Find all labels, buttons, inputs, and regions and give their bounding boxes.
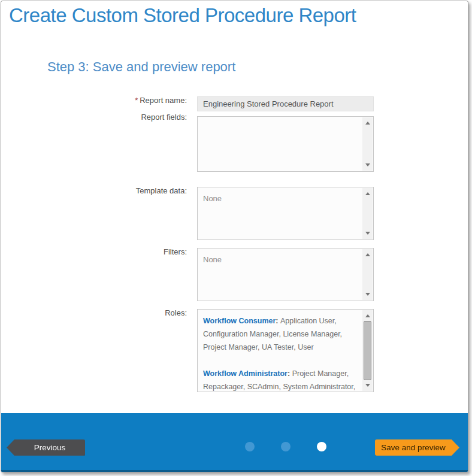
roles-label: Roles: — [1, 308, 187, 317]
filters-label: Filters: — [1, 247, 187, 256]
role-name: Workflow Administrator — [203, 369, 288, 378]
role-separator: : — [276, 317, 280, 325]
wizard-window: Create Custom Stored Procedure Report St… — [1, 1, 468, 472]
report-fields-scrollbar[interactable] — [362, 117, 373, 171]
scroll-down-icon[interactable] — [365, 232, 370, 235]
step-heading: Step 3: Save and preview report — [47, 59, 235, 75]
scrollbar-thumb[interactable] — [364, 321, 371, 380]
report-fields-content — [198, 117, 373, 122]
scroll-up-icon[interactable] — [365, 192, 370, 195]
required-marker: * — [135, 96, 138, 105]
template-data-listbox[interactable]: None — [197, 187, 374, 240]
filters-content: None — [198, 248, 373, 266]
scroll-down-icon[interactable] — [365, 293, 370, 296]
report-name-input[interactable] — [197, 96, 374, 111]
save-and-preview-button[interactable]: Save and preview — [375, 439, 459, 456]
template-data-scrollbar[interactable] — [362, 188, 373, 239]
template-data-label: Template data: — [1, 186, 187, 195]
report-name-label-text: Report name: — [140, 96, 187, 105]
step-dot-2 — [281, 442, 291, 451]
previous-button[interactable]: Previous — [7, 439, 85, 456]
template-data-content: None — [198, 187, 373, 205]
roles-scrollbar[interactable] — [362, 310, 373, 391]
roles-listbox[interactable]: Workflow Consumer: Application User, Con… — [197, 309, 374, 392]
scroll-up-icon[interactable] — [365, 314, 370, 317]
report-fields-label: Report fields: — [1, 113, 187, 122]
scroll-down-icon[interactable] — [365, 384, 370, 387]
role-separator: : — [288, 369, 292, 378]
roles-content: Workflow Consumer: Application User, Con… — [198, 310, 373, 392]
filters-listbox[interactable]: None — [197, 248, 374, 301]
page-title: Create Custom Stored Procedure Report — [9, 4, 356, 27]
scroll-up-icon[interactable] — [365, 253, 370, 256]
wizard-footer: Previous Save and preview — [1, 413, 468, 472]
report-name-label: *Report name: — [1, 96, 187, 105]
scroll-down-icon[interactable] — [365, 163, 370, 166]
step-dot-1 — [245, 442, 255, 451]
role-name: Workflow Consumer — [203, 317, 276, 325]
report-fields-listbox[interactable] — [197, 116, 374, 172]
step-dot-3 — [317, 442, 326, 451]
role-entry: Workflow Consumer: Application User, Con… — [203, 314, 360, 354]
scroll-up-icon[interactable] — [365, 122, 370, 125]
filters-scrollbar[interactable] — [362, 249, 373, 300]
role-entry: Workflow Administrator: Project Manager,… — [203, 367, 360, 392]
